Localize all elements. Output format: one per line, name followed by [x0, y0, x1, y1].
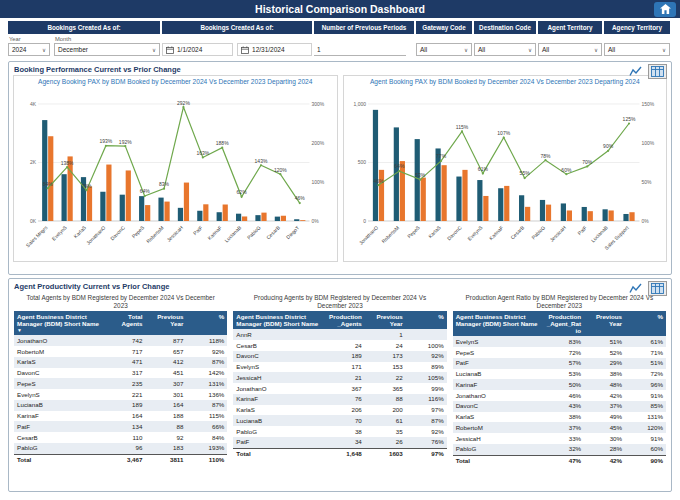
cell-value: 717 — [105, 346, 146, 357]
cell-value: 87% — [186, 357, 227, 368]
filter-value-row: Year 2024 ∨ Month December ∨ — [8, 36, 672, 56]
table-row: JessicaH33%30%91% — [453, 433, 666, 444]
cell-value: 97% — [406, 405, 447, 416]
year-value: 2024 — [12, 46, 26, 53]
destination-code-dropdown[interactable]: All ∨ — [474, 43, 536, 56]
svg-text:46%: 46% — [373, 178, 384, 184]
gateway-code-value: All — [420, 46, 427, 53]
periods-input[interactable]: 1 — [314, 43, 406, 56]
cell-value: 37% — [584, 401, 625, 412]
column-header[interactable]: Agent Business District Manager (BDM) Sh… — [14, 311, 105, 335]
svg-text:PabloG: PabloG — [530, 224, 546, 240]
visual-switch-icons — [626, 64, 667, 79]
cell-value: 110 — [105, 432, 146, 443]
date-start-input[interactable]: 1/1/2024 — [162, 43, 233, 56]
cell-value: 90% — [625, 455, 666, 466]
line-chart-icon[interactable] — [626, 64, 645, 79]
home-button[interactable] — [654, 2, 676, 17]
svg-text:60%: 60% — [561, 167, 572, 173]
table-row: CesarB1109284% — [14, 432, 227, 443]
column-header[interactable]: % — [625, 311, 666, 336]
cell-value: 42% — [584, 455, 625, 466]
row-label: KarlaS — [453, 412, 544, 423]
year-dropdown[interactable]: 2024 ∨ — [8, 43, 50, 56]
table-icon[interactable] — [648, 281, 667, 296]
svg-text:PepeS: PepeS — [406, 224, 421, 239]
svg-text:192%: 192% — [119, 139, 132, 145]
column-header[interactable]: Production_Agents — [324, 311, 365, 329]
chevron-down-icon: ∨ — [152, 47, 156, 53]
row-label: PatF — [14, 421, 105, 432]
cell-value: 99% — [406, 383, 447, 394]
cell-value: 657 — [145, 346, 186, 357]
agency-booking-chart-canvas[interactable]: 0K2K4K0%100%200%300%Sales MngrsEvelynSKa… — [14, 96, 337, 261]
table-row: KarinaF164188115% — [14, 411, 227, 422]
filter-header-agent-territory: Agent Territory — [538, 21, 602, 34]
column-header[interactable]: % — [186, 311, 227, 335]
cell-value: 49% — [584, 412, 625, 423]
table-row: CesarB2424100% — [233, 340, 446, 351]
sort-desc-icon: ▼ — [17, 328, 102, 333]
svg-text:Sales Mngrs: Sales Mngrs — [25, 224, 49, 248]
periods-value: 1 — [317, 46, 321, 53]
svg-text:193%: 193% — [99, 138, 112, 144]
column-header[interactable]: Agent Business District Manager (BDM) Sh… — [453, 311, 544, 336]
date-end-input[interactable]: 12/31/2024 — [237, 43, 312, 56]
cell-value: 88 — [365, 394, 406, 405]
month-dropdown[interactable]: December ∨ — [54, 43, 160, 56]
table-row: KarlaS38%49%131% — [453, 412, 666, 423]
row-label: KarlaS — [233, 405, 324, 416]
column-header[interactable]: Agent Business District Manager (BDM) Sh… — [233, 311, 324, 329]
chevron-down-icon: ∨ — [464, 47, 468, 53]
row-label: JessicaH — [233, 372, 324, 383]
agent-booking-chart-canvas[interactable]: 05001,0000%50%100%150%JonathanORobertoMP… — [344, 96, 667, 261]
row-label: EvelynS — [453, 336, 544, 347]
productivity-section-title: Agent Productivity Current vs Prior Chan… — [9, 279, 671, 292]
svg-text:EvelynS: EvelynS — [466, 224, 484, 242]
agent-territory-dropdown[interactable]: All ∨ — [538, 43, 602, 56]
column-header[interactable]: Previous Year — [365, 311, 406, 329]
agency-territory-dropdown[interactable]: All ∨ — [604, 43, 670, 56]
cell-value: 200 — [365, 405, 406, 416]
cell-value: 1,648 — [324, 448, 365, 459]
svg-text:78%: 78% — [540, 153, 551, 159]
gateway-code-dropdown[interactable]: All ∨ — [416, 43, 472, 56]
row-label: LucianaB — [14, 400, 105, 411]
svg-text:125%: 125% — [622, 116, 635, 122]
column-header[interactable]: Previous Year — [584, 311, 625, 336]
column-header[interactable]: Total Agents — [105, 311, 146, 335]
table-row: KarlaS20620097% — [233, 405, 446, 416]
row-label: PatF — [453, 358, 544, 369]
cell-value: 22 — [365, 372, 406, 383]
cell-value: 100% — [406, 340, 447, 351]
svg-text:188%: 188% — [216, 140, 229, 146]
svg-text:64%: 64% — [140, 188, 151, 194]
charts-row: Agency Booking PAX by BDM Booked by Dece… — [9, 75, 671, 265]
cell-value: 1 — [365, 329, 406, 340]
cell-value: 451 — [145, 368, 186, 379]
cell-value — [324, 329, 365, 340]
date-slicer-group: Year 2024 ∨ Month December ∨ — [8, 36, 160, 56]
cell-value: 60% — [625, 444, 666, 455]
cell-value: 91% — [625, 390, 666, 401]
cell-value: 24 — [365, 340, 406, 351]
visual-switch-icons — [626, 281, 667, 296]
row-label: AnnR — [233, 329, 324, 340]
svg-text:DavonC: DavonC — [445, 224, 462, 241]
column-header[interactable]: % — [406, 311, 447, 329]
calendar-icon — [241, 46, 249, 54]
table-row: PatF342676% — [233, 437, 446, 448]
date-start-value: 1/1/2024 — [177, 46, 202, 53]
column-header[interactable]: Production_Agent_Ratio — [543, 311, 584, 336]
column-header[interactable]: Previous Year — [145, 311, 186, 335]
cell-value: 153 — [365, 362, 406, 373]
cell-value: 120% — [625, 422, 666, 433]
row-label: PabloG — [233, 426, 324, 437]
svg-text:163%: 163% — [196, 150, 209, 156]
svg-text:90%: 90% — [603, 143, 614, 149]
row-label: Total — [453, 455, 544, 466]
line-chart-icon[interactable] — [626, 281, 645, 296]
filter-header-booking-created-2: Bookings Created As of: — [162, 21, 312, 34]
cell-value: 51% — [584, 336, 625, 347]
table-icon[interactable] — [648, 64, 667, 79]
